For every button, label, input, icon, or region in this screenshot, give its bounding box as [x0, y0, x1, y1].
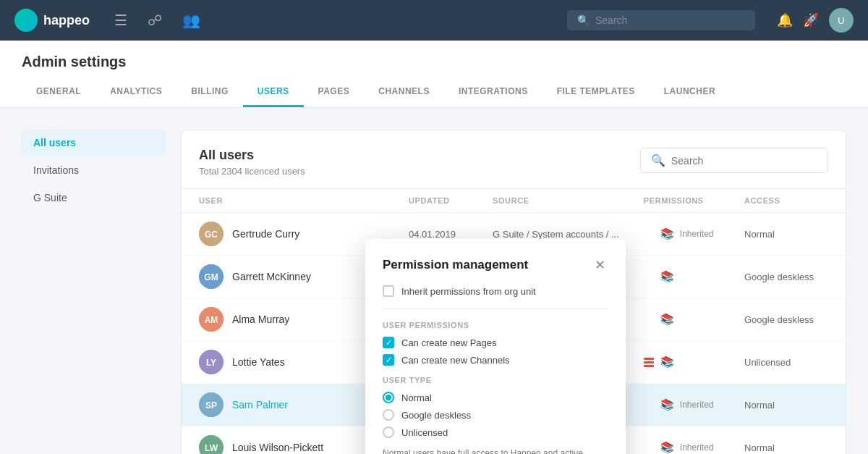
logo-icon — [14, 9, 38, 32]
access-cell: Google deskless — [744, 314, 828, 325]
inherit-checkbox[interactable] — [383, 285, 394, 297]
tab-analytics[interactable]: ANALYTICS — [95, 77, 176, 107]
modal-header: Permission management ✕ — [383, 256, 608, 274]
logo[interactable]: happeo — [14, 9, 90, 32]
permissions-cell: 📚 — [644, 270, 744, 283]
access-cell: Normal — [744, 400, 828, 411]
content-subtitle: Total 2304 licenced users — [199, 166, 305, 177]
topnav-right: 🔔 🚀 U — [777, 8, 854, 33]
people-icon[interactable]: 👥 — [179, 9, 203, 32]
modal-close-button[interactable]: ✕ — [591, 256, 608, 274]
book-icon: 📚 — [660, 398, 674, 411]
radio-unlicensed-row[interactable]: Unlicensed — [383, 426, 608, 438]
admin-header: Admin settings GENERAL ANALYTICS BILLING… — [0, 41, 868, 108]
book-icon: 📚 — [660, 441, 674, 454]
user-name: Sam Palmer — [232, 399, 288, 411]
perm-channels-row[interactable]: Can create new Channels — [383, 354, 608, 366]
user-avatar[interactable]: U — [829, 8, 854, 33]
radio-google-deskless-label: Google deskless — [401, 410, 471, 421]
users-search-input[interactable] — [671, 155, 817, 167]
col-user: USER — [199, 196, 409, 205]
permissions-cell: 📚 Inherited — [644, 398, 744, 411]
svg-text:GM: GM — [204, 272, 218, 282]
modal-description: Normal users have full access to Happeo … — [383, 447, 608, 454]
svg-text:GC: GC — [205, 230, 218, 240]
radio-normal-row[interactable]: Normal — [383, 392, 608, 403]
svg-text:SP: SP — [205, 400, 217, 411]
inherit-checkbox-row[interactable]: Inherit permissions from org unit — [383, 285, 608, 309]
inherited-text: Inherited — [680, 442, 714, 453]
radio-unlicensed[interactable] — [383, 426, 394, 438]
access-cell: Normal — [744, 442, 828, 453]
radio-normal[interactable] — [383, 392, 394, 403]
tab-integrations[interactable]: INTEGRATIONS — [444, 77, 542, 107]
perm-pages-row[interactable]: Can create new Pages — [383, 337, 608, 348]
updated-cell: 04.01.2019 — [409, 229, 493, 240]
table-header: USER UPDATED SOURCE PERMISSIONS ACCESS — [182, 189, 846, 213]
avatar: LY — [199, 350, 224, 374]
sidebar-item-gsuite[interactable]: G Suite — [22, 185, 166, 211]
radio-google-deskless[interactable] — [383, 409, 394, 421]
user-name: Louis Wilson-Pickett — [232, 442, 323, 453]
col-source: SOURCE — [493, 196, 644, 205]
user-name: Lottie Yates — [232, 356, 285, 368]
inherited-text: Inherited — [680, 229, 714, 239]
notifications-icon[interactable]: 🔔 — [777, 12, 793, 28]
permission-modal: Permission management ✕ Inherit permissi… — [365, 239, 626, 454]
radio-normal-label: Normal — [401, 392, 432, 403]
content-title-area: All users Total 2304 licenced users — [199, 148, 305, 177]
layers-icon[interactable]: ☰ — [111, 9, 130, 32]
content-header: All users Total 2304 licenced users 🔍 — [182, 130, 846, 189]
radio-unlicensed-label: Unlicensed — [401, 427, 448, 438]
sidebar: All users Invitations G Suite — [22, 130, 166, 454]
perm-pages-label: Can create new Pages — [401, 337, 497, 348]
page-title: Admin settings — [22, 41, 846, 70]
tab-billing[interactable]: BILLING — [176, 77, 243, 107]
user-name: Gertrude Curry — [232, 228, 299, 240]
logo-text: happeo — [43, 13, 90, 28]
svg-text:LW: LW — [205, 443, 218, 453]
radio-google-deskless-row[interactable]: Google deskless — [383, 409, 608, 421]
inherited-text: Inherited — [680, 400, 714, 410]
avatar: GC — [199, 222, 224, 246]
book-icon[interactable]: ☍ — [145, 9, 165, 32]
perm-channels-checkbox[interactable] — [383, 354, 394, 366]
col-updated: UPDATED — [409, 196, 493, 205]
avatar: AM — [199, 307, 224, 332]
avatar: SP — [199, 392, 224, 417]
tab-channels[interactable]: CHANNELS — [364, 77, 444, 107]
permissions-cell: 📚 — [644, 313, 744, 326]
global-search[interactable]: 🔍 — [567, 10, 755, 30]
user-name: Garrett McKinney — [232, 271, 311, 282]
search-input[interactable] — [595, 14, 745, 26]
col-access: ACCESS — [744, 196, 828, 205]
permissions-cell: 📚 — [644, 356, 744, 369]
permissions-cell: 📚 Inherited — [644, 227, 744, 240]
rocket-icon[interactable]: 🚀 — [803, 12, 819, 28]
sidebar-item-invitations[interactable]: Invitations — [22, 157, 166, 183]
book-icon: 📚 — [660, 227, 674, 240]
tab-pages[interactable]: PAGES — [304, 77, 365, 107]
source-cell: G Suite / System accounts / ... — [493, 229, 644, 240]
permissions-cell: 📚 Inherited — [644, 441, 744, 454]
avatar: LW — [199, 435, 224, 454]
admin-tabs: GENERAL ANALYTICS BILLING USERS PAGES CH… — [22, 77, 846, 107]
tab-launcher[interactable]: LAUNCHER — [650, 77, 730, 107]
sidebar-item-all-users[interactable]: All users — [22, 130, 166, 156]
book-icon: 📚 — [660, 270, 674, 283]
perm-pages-checkbox[interactable] — [383, 337, 394, 348]
user-type-label: USER TYPE — [383, 376, 608, 384]
inherit-label: Inherit permissions from org unit — [401, 286, 536, 297]
perm-channels-label: Can create new Channels — [401, 355, 510, 366]
tab-general[interactable]: GENERAL — [22, 77, 95, 107]
user-name: Alma Murray — [232, 314, 289, 325]
search-icon: 🔍 — [651, 154, 665, 167]
tab-file-templates[interactable]: FILE TEMPLATES — [542, 77, 650, 107]
tab-users[interactable]: USERS — [243, 77, 304, 107]
col-permissions: PERMISSIONS — [644, 196, 744, 205]
users-search[interactable]: 🔍 — [640, 148, 828, 173]
top-navigation: happeo ☰ ☍ 👥 🔍 🔔 🚀 U — [0, 0, 868, 41]
svg-text:AM: AM — [205, 315, 218, 325]
access-cell: Google deskless — [744, 272, 828, 282]
avatar: GM — [199, 264, 224, 289]
